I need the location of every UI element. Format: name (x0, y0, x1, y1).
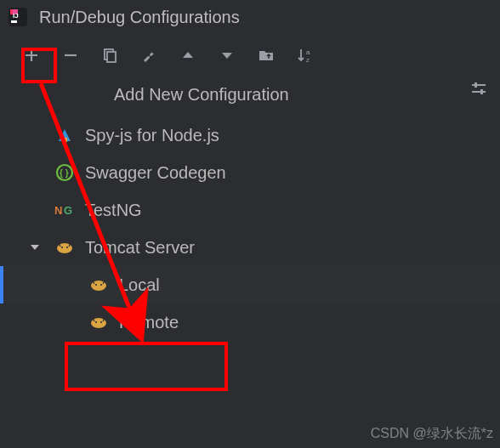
config-label: Spy-js for Node.js (85, 126, 219, 145)
move-up-button[interactable] (177, 44, 199, 66)
tomcat-icon (88, 275, 109, 295)
config-label: TestNG (85, 201, 142, 220)
intellij-icon: IJ (9, 8, 27, 26)
tomcat-icon (88, 312, 109, 332)
wrench-icon[interactable] (138, 44, 160, 66)
svg-rect-6 (107, 52, 116, 62)
svg-text:G: G (64, 204, 72, 217)
config-item-tomcat-local[interactable]: Local (0, 266, 500, 303)
titlebar: IJ Run/Debug Configurations (0, 0, 500, 34)
chevron-down-icon (29, 238, 41, 258)
tomcat-icon (54, 237, 75, 258)
config-label: Tomcat Server (85, 238, 195, 258)
testng-icon: N G (54, 200, 75, 220)
move-down-button[interactable] (216, 44, 238, 66)
config-item-spyjs[interactable]: Spy-js for Node.js (0, 116, 500, 154)
svg-rect-9 (474, 82, 477, 88)
section-title: Add New Configuration (114, 85, 289, 104)
spyjs-icon (54, 125, 75, 145)
svg-rect-10 (480, 89, 483, 94)
settings-sliders-icon[interactable] (469, 80, 488, 103)
swagger-icon: { } (54, 162, 75, 183)
svg-point-20 (95, 284, 97, 286)
window-title: Run/Debug Configurations (39, 8, 240, 27)
svg-text:N: N (54, 204, 62, 217)
config-item-tomcat[interactable]: Tomcat Server (0, 229, 500, 266)
config-list: Spy-js for Node.js { } Swagger Codegen N… (0, 116, 500, 341)
add-button[interactable] (20, 44, 43, 66)
copy-button[interactable] (99, 44, 121, 66)
svg-point-24 (100, 321, 102, 323)
remove-button[interactable] (60, 44, 82, 66)
svg-text:a: a (306, 48, 310, 56)
config-label: Remote (119, 313, 179, 332)
config-item-testng[interactable]: N G TestNG (0, 191, 500, 229)
selection-indicator (0, 266, 3, 303)
svg-text:{ }: { } (60, 168, 69, 178)
watermark: CSDN @绿水长流*z (371, 425, 493, 443)
config-label: Local (119, 275, 160, 295)
svg-rect-11 (62, 138, 67, 142)
svg-point-18 (66, 247, 68, 248)
svg-text:IJ: IJ (13, 12, 19, 20)
sort-az-icon[interactable]: az (294, 44, 316, 66)
config-label: Swagger Codegen (85, 163, 226, 183)
section-header: Add New Configuration (0, 73, 500, 116)
annotation-highlight-local (65, 342, 228, 391)
toolbar: az (0, 34, 500, 73)
svg-point-21 (100, 284, 102, 286)
svg-point-23 (95, 321, 97, 323)
config-item-swagger[interactable]: { } Swagger Codegen (0, 154, 500, 191)
svg-text:z: z (306, 56, 310, 64)
svg-rect-3 (11, 20, 17, 23)
folder-icon[interactable] (255, 44, 277, 66)
svg-point-17 (61, 247, 63, 248)
config-item-tomcat-remote[interactable]: Remote (0, 303, 500, 341)
